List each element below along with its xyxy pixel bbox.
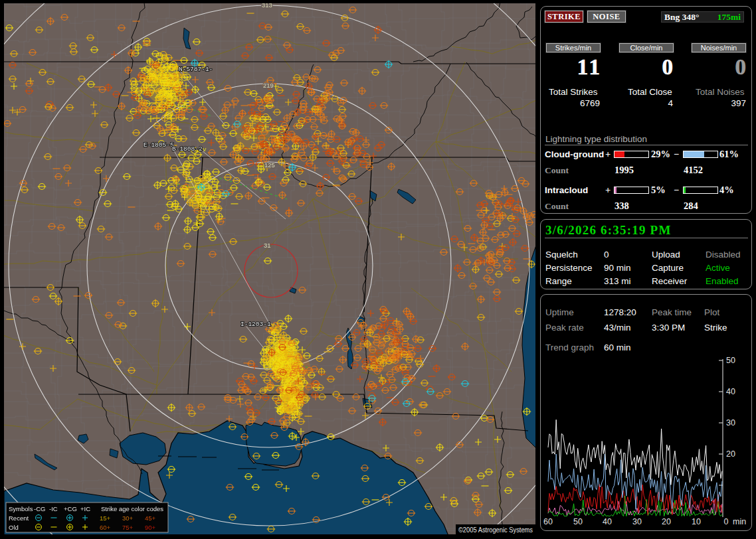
svg-text:Old: Old <box>9 524 19 531</box>
svg-text:10: 10 <box>692 517 701 526</box>
svg-text:45+: 45+ <box>145 514 156 522</box>
svg-text:219: 219 <box>263 82 274 89</box>
svg-text:20: 20 <box>726 449 735 459</box>
svg-text:+IC: +IC <box>80 505 90 512</box>
svg-text:125: 125 <box>264 161 275 169</box>
svg-text:Symbols: Symbols <box>9 505 33 512</box>
svg-text:+CG: +CG <box>64 505 77 512</box>
svg-text:©2005 Astrogenic Systems: ©2005 Astrogenic Systems <box>458 526 533 534</box>
svg-text:-IC: -IC <box>49 505 58 512</box>
svg-text:90+: 90+ <box>145 524 156 531</box>
svg-text:min: min <box>733 517 746 526</box>
svg-text:50: 50 <box>573 517 583 526</box>
svg-text:30: 30 <box>632 517 642 526</box>
svg-text:B-1808-2: B-1808-2 <box>172 145 203 153</box>
svg-text:v: v <box>203 146 207 153</box>
svg-text:31: 31 <box>264 242 271 249</box>
svg-text:v: v <box>271 321 275 329</box>
svg-text:313: 313 <box>262 3 272 9</box>
svg-text:-CG: -CG <box>34 505 45 512</box>
svg-text:E-1805-5: E-1805-5 <box>143 141 174 149</box>
svg-text:15+: 15+ <box>100 514 111 522</box>
svg-text:Strike age color codes: Strike age color codes <box>101 505 163 512</box>
svg-text:60: 60 <box>543 517 553 526</box>
svg-text:40: 40 <box>726 387 735 396</box>
svg-text:60+: 60+ <box>100 524 111 531</box>
svg-text:75+: 75+ <box>122 524 134 531</box>
svg-text:Recent: Recent <box>9 514 29 522</box>
svg-text:I-1203-1: I-1203-1 <box>240 321 271 328</box>
svg-text:30: 30 <box>726 418 735 427</box>
svg-text:N-5787-1-: N-5787-1- <box>179 66 213 73</box>
svg-text:50: 50 <box>726 356 735 365</box>
svg-text:20: 20 <box>662 517 671 526</box>
svg-text:0: 0 <box>724 517 729 526</box>
svg-text:40: 40 <box>603 517 612 526</box>
svg-text:30+: 30+ <box>122 514 134 522</box>
